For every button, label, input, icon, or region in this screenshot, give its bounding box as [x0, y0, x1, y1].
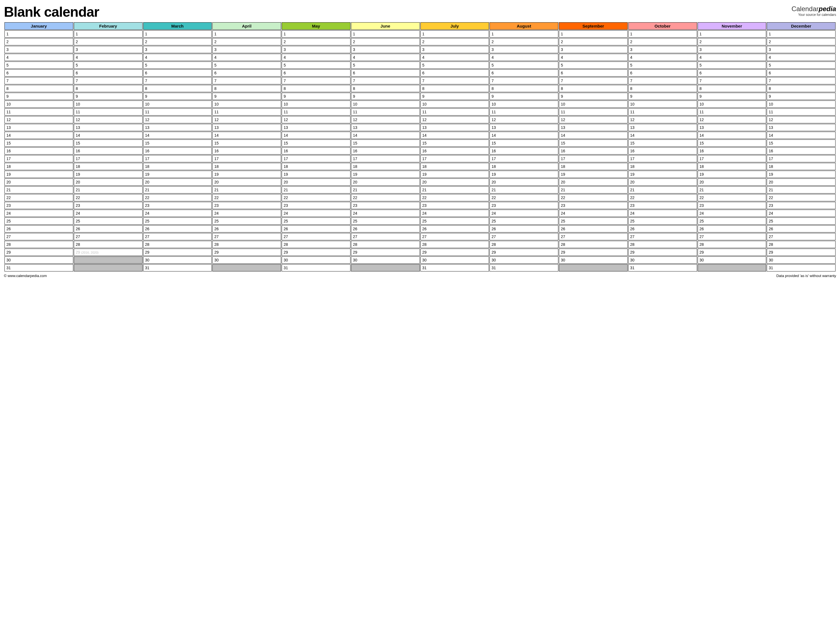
day-cell: 8: [698, 85, 766, 92]
day-cell: 31: [767, 264, 835, 271]
day-cell: 14: [559, 132, 628, 139]
day-cell: 17: [628, 155, 697, 162]
day-cell: 30: [628, 257, 697, 264]
day-cell: 20: [212, 178, 281, 186]
day-cell: 2: [698, 38, 766, 46]
day-cell: 22: [351, 194, 420, 201]
day-cell: 26: [282, 225, 351, 232]
brand-block: Calendarpedia Your source for calendars: [791, 4, 836, 17]
day-cell: 11: [74, 108, 143, 115]
day-row: 30 30303030303030303030: [5, 257, 835, 264]
day-cell: 3: [5, 46, 73, 53]
day-cell: 19: [420, 171, 489, 178]
day-cell: 21: [5, 186, 73, 194]
day-cell: 24: [74, 210, 143, 217]
day-cell: 1: [212, 30, 281, 38]
day-cell: 14: [420, 132, 489, 139]
day-cell: 1: [628, 30, 697, 38]
day-cell: 19: [489, 171, 558, 178]
day-cell: 26: [212, 225, 281, 232]
day-cell: 8: [143, 85, 212, 92]
day-cell: 5: [351, 61, 420, 69]
day-row: 131313131313131313131313: [5, 124, 835, 131]
day-cell: 27: [5, 233, 73, 240]
day-cell: 17: [767, 155, 835, 162]
day-cell: 19: [143, 171, 212, 178]
day-cell: 22: [489, 194, 558, 201]
day-cell: 15: [420, 139, 489, 147]
day-cell: 14: [5, 132, 73, 139]
day-cell: 3: [489, 46, 558, 53]
day-cell: 11: [282, 108, 351, 115]
day-cell: 21: [74, 186, 143, 194]
day-cell: 4: [74, 54, 143, 61]
day-cell: 29: [143, 249, 212, 256]
day-cell: 2: [420, 38, 489, 46]
day-cell: 5: [420, 61, 489, 69]
day-cell: 27: [420, 233, 489, 240]
day-cell: 22: [74, 194, 143, 201]
day-cell: 4: [489, 54, 558, 61]
day-cell: 3: [628, 46, 697, 53]
day-cell: 30: [489, 257, 558, 264]
day-cell: 4: [143, 54, 212, 61]
day-cell: 12: [628, 116, 697, 123]
day-cell: 5: [5, 61, 73, 69]
day-cell: 28: [489, 241, 558, 248]
header: Blank calendar Calendarpedia Your source…: [4, 4, 836, 20]
day-cell: 21: [420, 186, 489, 194]
day-row: 262626262626262626262626: [5, 225, 835, 232]
day-cell: 27: [767, 233, 835, 240]
day-cell: 11: [628, 108, 697, 115]
day-cell: 30: [420, 257, 489, 264]
day-cell: 14: [143, 132, 212, 139]
day-cell: 13: [351, 124, 420, 131]
month-header-february: February: [74, 22, 143, 30]
day-cell: 17: [489, 155, 558, 162]
day-cell: 21: [559, 186, 628, 194]
day-cell: 1: [74, 30, 143, 38]
month-header-january: January: [5, 22, 73, 30]
day-cell: 16: [420, 147, 489, 154]
day-cell: 31: [143, 264, 212, 271]
day-cell: 10: [351, 101, 420, 108]
day-cell: 23: [489, 202, 558, 209]
day-cell: 1: [420, 30, 489, 38]
calendar-table: JanuaryFebruaryMarchAprilMayJuneJulyAugu…: [4, 22, 836, 272]
day-cell: 15: [698, 139, 766, 147]
day-cell: 22: [628, 194, 697, 201]
day-cell: 16: [628, 147, 697, 154]
day-cell: 24: [282, 210, 351, 217]
day-cell: 21: [212, 186, 281, 194]
month-header-may: May: [282, 22, 351, 30]
brand-highlight: pedia: [819, 5, 836, 13]
day-cell: 8: [74, 85, 143, 92]
day-cell: 27: [282, 233, 351, 240]
day-cell: 9: [767, 93, 835, 100]
day-row: 191919191919191919191919: [5, 171, 835, 178]
day-row: 282828282828282828282828: [5, 241, 835, 248]
day-cell: 11: [559, 108, 628, 115]
day-cell: 12: [559, 116, 628, 123]
day-cell: 24: [698, 210, 766, 217]
day-cell: 26: [698, 225, 766, 232]
day-cell: 27: [212, 233, 281, 240]
day-cell: 10: [143, 101, 212, 108]
day-cell: 20: [559, 178, 628, 186]
day-row: 151515151515151515151515: [5, 139, 835, 147]
day-cell: 21: [351, 186, 420, 194]
day-cell: 24: [628, 210, 697, 217]
day-cell: [74, 257, 143, 264]
day-cell: 7: [767, 77, 835, 84]
day-cell: 17: [282, 155, 351, 162]
day-cell: 24: [420, 210, 489, 217]
day-cell: 20: [5, 178, 73, 186]
day-cell: 28: [767, 241, 835, 248]
day-cell: 2: [559, 38, 628, 46]
day-cell: 1: [489, 30, 558, 38]
day-cell: 7: [420, 77, 489, 84]
day-cell: 7: [559, 77, 628, 84]
day-cell: 18: [351, 163, 420, 170]
day-cell: 18: [559, 163, 628, 170]
day-cell: 2: [5, 38, 73, 46]
